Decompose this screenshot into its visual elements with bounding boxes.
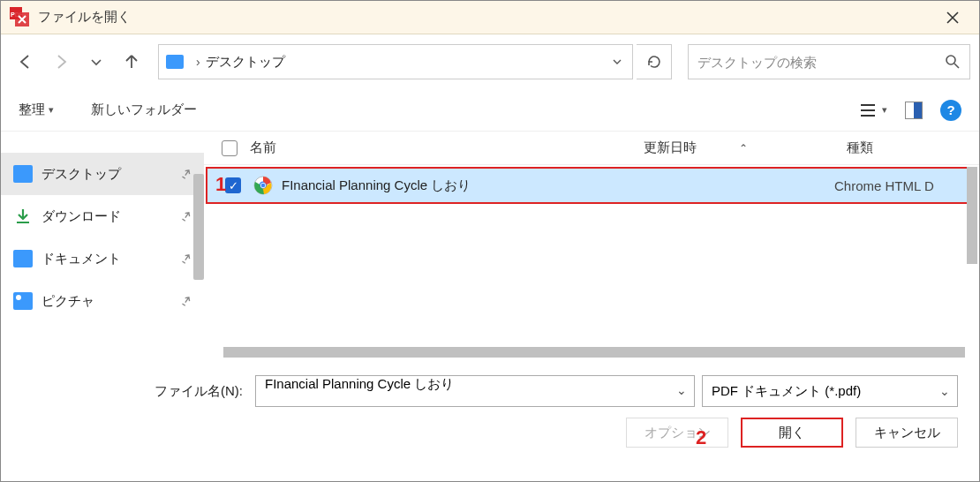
chrome-file-icon <box>253 176 273 195</box>
preview-pane-button[interactable] <box>905 102 923 119</box>
refresh-button[interactable] <box>637 44 672 79</box>
close-button[interactable] <box>935 4 970 31</box>
cancel-button[interactable]: キャンセル <box>856 418 958 448</box>
app-pdf-icon: PDF <box>10 7 31 28</box>
filelist-vscrollbar[interactable] <box>967 167 977 264</box>
svg-point-7 <box>261 184 266 188</box>
callout-2: 2 <box>696 426 706 449</box>
forward-button[interactable] <box>45 46 77 78</box>
options-button[interactable]: オプション <box>626 418 728 448</box>
column-date[interactable]: 更新日時 ⌃ <box>644 139 847 156</box>
desktop-folder-icon <box>166 55 184 69</box>
footer: ファイル名(N): FInancial Planning Cycle しおり ⌄… <box>1 359 979 458</box>
chevron-down-icon[interactable]: ⌄ <box>676 383 687 397</box>
help-button[interactable]: ? <box>940 100 961 121</box>
search-icon <box>945 54 961 70</box>
recent-dropdown[interactable] <box>80 46 112 78</box>
breadcrumb[interactable]: › デスクトップ <box>158 44 633 79</box>
row-checkbox[interactable]: ✓ <box>225 177 241 193</box>
file-type: Chrome HTML D <box>834 178 967 193</box>
navbar: › デスクトップ <box>1 34 979 89</box>
back-button[interactable] <box>10 46 41 78</box>
download-icon <box>13 207 33 225</box>
sidebar-scrollbar[interactable] <box>193 174 204 280</box>
chevron-down-icon[interactable] <box>611 56 623 68</box>
file-list: 名前 更新日時 ⌃ 種類 ✓ FInancial Planning Cycle … <box>204 132 979 359</box>
titlebar: PDF ファイルを開く <box>1 1 979 34</box>
dropdown-icon: ▾ <box>49 104 54 116</box>
chevron-down-icon[interactable]: ⌄ <box>939 384 950 398</box>
filelist-hscrollbar[interactable] <box>223 347 965 358</box>
sidebar-item-documents[interactable]: ドキュメント <box>1 237 204 280</box>
organize-menu[interactable]: 整理 ▾ <box>19 102 54 118</box>
sidebar-item-downloads[interactable]: ダウンロード <box>1 195 204 237</box>
breadcrumb-label: デスクトップ <box>206 54 285 71</box>
select-all-checkbox[interactable] <box>222 140 237 156</box>
sidebar-item-desktop[interactable]: デスクトップ <box>1 153 204 195</box>
sidebar-item-pictures[interactable]: ピクチャ <box>1 280 204 322</box>
new-folder-button[interactable]: 新しいフォルダー <box>91 102 197 118</box>
file-name: FInancial Planning Cycle しおり <box>282 177 631 194</box>
pin-icon <box>181 169 192 179</box>
sort-indicator-icon: ⌃ <box>739 142 748 154</box>
body-area: デスクトップ ダウンロード ドキュメント ピクチャ 名前 更新日時 ⌃ <box>1 132 979 359</box>
organize-label: 整理 <box>19 102 45 118</box>
chevron-right-icon: › <box>196 55 200 69</box>
svg-point-2 <box>946 56 955 64</box>
column-type[interactable]: 種類 <box>847 139 979 156</box>
filetype-filter[interactable]: PDF ドキュメント (*.pdf) ⌄ <box>702 375 958 407</box>
pin-icon <box>181 296 192 306</box>
filename-label: ファイル名(N): <box>155 383 243 400</box>
window-title: ファイルを開く <box>38 9 131 26</box>
view-mode-button[interactable]: ▾ <box>859 102 887 118</box>
sidebar-item-label: ピクチャ <box>41 293 94 310</box>
pin-icon <box>181 211 192 222</box>
document-icon <box>13 250 33 267</box>
filter-label: PDF ドキュメント (*.pdf) <box>712 383 861 400</box>
file-row[interactable]: ✓ FInancial Planning Cycle しおり Chrome HT… <box>206 167 969 204</box>
column-name[interactable]: 名前 <box>250 139 644 156</box>
sidebar-item-label: ドキュメント <box>41 251 121 267</box>
callout-1: 1 <box>215 173 226 196</box>
toolbar: 整理 ▾ 新しいフォルダー ▾ ? <box>1 89 979 132</box>
filename-value: FInancial Planning Cycle しおり <box>265 376 454 391</box>
search-box[interactable] <box>688 44 970 79</box>
picture-icon <box>13 292 33 310</box>
up-button[interactable] <box>116 46 147 78</box>
file-list-header: 名前 更新日時 ⌃ 種類 <box>204 132 979 165</box>
sidebar-item-label: ダウンロード <box>41 208 121 225</box>
desktop-icon <box>13 165 33 183</box>
sidebar: デスクトップ ダウンロード ドキュメント ピクチャ <box>1 132 204 359</box>
filename-input[interactable]: FInancial Planning Cycle しおり ⌄ <box>255 375 695 407</box>
open-button[interactable]: 開く <box>741 418 843 448</box>
search-input[interactable] <box>697 55 945 70</box>
sidebar-item-label: デスクトップ <box>41 166 121 183</box>
pin-icon <box>181 253 192 264</box>
